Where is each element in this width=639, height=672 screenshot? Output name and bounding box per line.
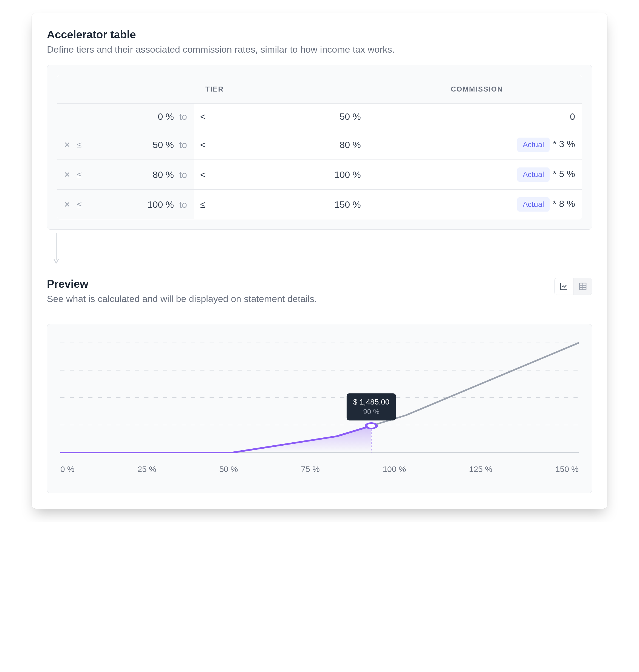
tooltip-percent: 90 %	[353, 407, 389, 416]
preview-description: See what is calculated and will be displ…	[47, 293, 317, 304]
tier-row: ✕≤80 % to<100 %Actual* 5 %	[57, 160, 582, 190]
commission-chart[interactable]	[60, 337, 579, 458]
tier-to-value[interactable]: 150 %	[225, 190, 372, 220]
tier-from-value: 80 %	[136, 170, 174, 180]
tier-operator[interactable]: ≤	[193, 190, 225, 220]
accelerator-title: Accelerator table	[47, 29, 592, 41]
tier-operator[interactable]: <	[193, 130, 225, 160]
commission-value: * 3 %	[553, 139, 575, 149]
accelerator-panel: TIER COMMISSION 0 % to<50 %0✕≤50 % to<80…	[47, 65, 592, 230]
actual-badge: Actual	[517, 138, 550, 152]
lte-icon: ≤	[77, 170, 81, 179]
tier-row: ✕≤100 % to≤150 %Actual* 8 %	[57, 190, 582, 220]
chart-view-button[interactable]	[555, 278, 573, 294]
tier-table: TIER COMMISSION 0 % to<50 %0✕≤50 % to<80…	[57, 75, 582, 220]
table-icon	[578, 282, 587, 291]
tier-from-value: 50 %	[136, 140, 174, 150]
preview-header: Preview See what is calculated and will …	[47, 278, 592, 314]
tier-from-cell: ✕≤50 % to	[57, 130, 193, 160]
to-label: to	[177, 140, 187, 150]
x-tick-label: 0 %	[60, 465, 75, 474]
commission-cell[interactable]: Actual* 5 %	[372, 160, 582, 190]
x-tick-label: 125 %	[469, 465, 492, 474]
lte-icon: ≤	[77, 140, 81, 149]
commission-cell[interactable]: 0	[372, 103, 582, 130]
commission-cell[interactable]: Actual* 8 %	[372, 190, 582, 220]
arrow-down-icon	[53, 233, 592, 267]
table-view-button[interactable]	[573, 278, 592, 294]
preview-title: Preview	[47, 278, 317, 290]
chart-tooltip: $ 1,485.00 90 %	[347, 393, 396, 420]
to-label: to	[177, 111, 187, 122]
chart-container: $ 1,485.00 90 % 0 %25 %50 %75 %100 %125 …	[60, 337, 579, 480]
tier-to-value[interactable]: 50 %	[225, 103, 372, 130]
tier-row: ✕≤50 % to<80 %Actual* 3 %	[57, 130, 582, 160]
tier-from-value: 100 %	[136, 199, 174, 210]
tier-operator[interactable]: <	[193, 103, 225, 130]
tier-to-value[interactable]: 100 %	[225, 160, 372, 190]
x-tick-label: 75 %	[301, 465, 320, 474]
tier-to-value[interactable]: 80 %	[225, 130, 372, 160]
tier-from-cell: ✕≤80 % to	[57, 160, 193, 190]
remove-tier-button[interactable]: ✕	[64, 200, 70, 209]
tier-operator[interactable]: <	[193, 160, 225, 190]
commission-header: COMMISSION	[372, 75, 582, 103]
x-tick-label: 50 %	[219, 465, 238, 474]
tier-from-cell: 0 % to	[57, 103, 193, 130]
tooltip-amount: $ 1,485.00	[353, 398, 389, 406]
remove-tier-button[interactable]: ✕	[64, 140, 70, 149]
x-tick-label: 100 %	[383, 465, 406, 474]
x-axis-labels: 0 %25 %50 %75 %100 %125 %150 %	[60, 458, 579, 474]
commission-value: * 8 %	[553, 198, 575, 209]
to-label: to	[177, 170, 187, 180]
view-toggle	[554, 278, 592, 295]
actual-badge: Actual	[517, 167, 550, 182]
line-chart-icon	[560, 282, 568, 291]
tier-from-cell: ✕≤100 % to	[57, 190, 193, 220]
remove-tier-button[interactable]: ✕	[64, 170, 70, 179]
preview-chart-panel: $ 1,485.00 90 % 0 %25 %50 %75 %100 %125 …	[47, 324, 592, 493]
commission-cell[interactable]: Actual* 3 %	[372, 130, 582, 160]
accelerator-description: Define tiers and their associated commis…	[47, 44, 592, 55]
commission-value: 0	[570, 111, 575, 122]
actual-badge: Actual	[517, 197, 550, 212]
tier-from-value: 0 %	[136, 111, 174, 122]
tier-row: 0 % to<50 %0	[57, 103, 582, 130]
tier-header: TIER	[57, 75, 372, 103]
svg-point-7	[366, 423, 376, 429]
to-label: to	[177, 199, 187, 210]
lte-icon: ≤	[77, 200, 81, 209]
x-tick-label: 25 %	[137, 465, 156, 474]
x-tick-label: 150 %	[555, 465, 579, 474]
accelerator-card: Accelerator table Define tiers and their…	[32, 13, 607, 509]
commission-value: * 5 %	[553, 169, 575, 179]
